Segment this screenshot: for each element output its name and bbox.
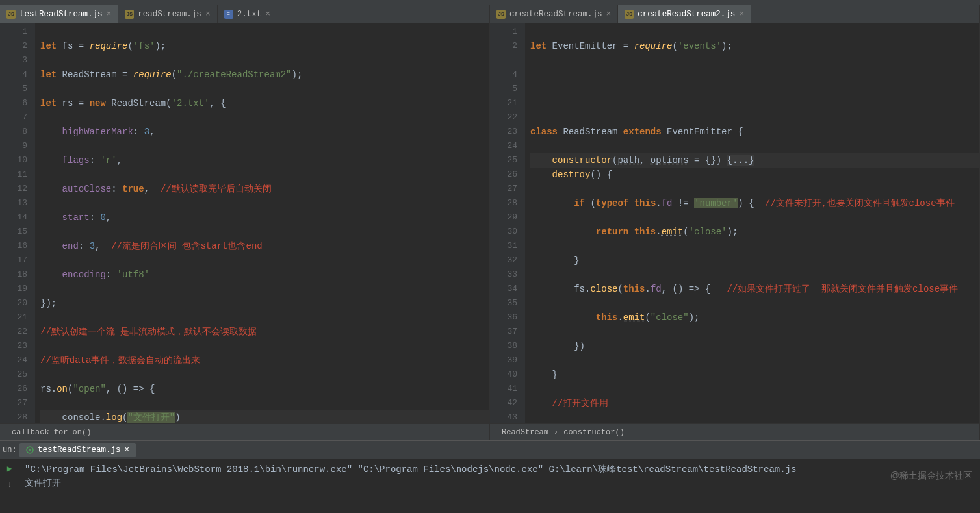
left-pane: JStestReadStream.js× JSreadStream.js× ≡2… [0, 5, 490, 440]
console-tabs: un: testReadStream.js× [0, 441, 980, 459]
editor-split: JStestReadStream.js× JSreadStream.js× ≡2… [0, 5, 980, 440]
code-area[interactable]: let EventEmitter = require('events'); cl… [525, 23, 979, 423]
js-icon: JS [496, 10, 506, 19]
right-editor[interactable]: 1245212223242526272829303132333435363738… [490, 23, 979, 423]
right-pane: JScreateReadStream.js× JScreateReadStrea… [490, 5, 980, 440]
console-controls: ▶ ↓ [0, 459, 19, 494]
close-icon[interactable]: × [606, 9, 612, 19]
run-config-icon [26, 446, 34, 454]
tab-label: testReadStream.js [19, 10, 103, 19]
tab-label: readStream.js [138, 10, 201, 19]
run-tool-window: un: testReadStream.js× ▶ ↓ "C:\Program F… [0, 440, 980, 494]
js-icon: JS [625, 10, 634, 19]
left-breadcrumb: callback for on() [0, 423, 489, 440]
run-label: un: [3, 445, 17, 455]
right-breadcrumb: ReadStream›constructor() [490, 423, 979, 440]
tab-createreadstream2[interactable]: JScreateReadStream2.js× [618, 5, 751, 23]
tab-2txt[interactable]: ≡2.txt× [218, 5, 277, 23]
close-icon[interactable]: × [265, 9, 270, 19]
tab-createreadstream[interactable]: JScreateReadStream.js× [490, 5, 618, 23]
left-editor[interactable]: 1234567891011121314151617181920212223242… [0, 23, 489, 423]
close-icon[interactable]: × [125, 445, 130, 455]
close-icon[interactable]: × [107, 9, 112, 19]
gutter: 1245212223242526272829303132333435363738… [490, 23, 525, 423]
close-icon[interactable]: × [739, 9, 744, 19]
tab-label: 2.txt [237, 10, 262, 19]
console-tab[interactable]: testReadStream.js× [19, 443, 136, 457]
watermark: @稀土掘金技术社区 [890, 470, 972, 482]
code-area[interactable]: let fs = require('fs'); let ReadStream =… [35, 23, 489, 423]
js-icon: JS [125, 10, 134, 19]
stop-icon[interactable]: ↓ [7, 479, 12, 490]
console-body: ▶ ↓ "C:\Program Files\JetBrains\WebStorm… [0, 459, 980, 494]
title-bar [0, 0, 980, 5]
gutter: 1234567891011121314151617181920212223242… [0, 23, 35, 423]
right-tabstrip: JScreateReadStream.js× JScreateReadStrea… [490, 5, 979, 23]
tab-label: createReadStream2.js [638, 10, 735, 19]
console-output[interactable]: "C:\Program Files\JetBrains\WebStorm 201… [19, 459, 980, 494]
txt-icon: ≡ [224, 10, 233, 19]
tab-label: createReadStream.js [509, 10, 602, 19]
console-tab-label: testReadStream.js [38, 445, 121, 455]
left-tabstrip: JStestReadStream.js× JSreadStream.js× ≡2… [0, 5, 489, 23]
rerun-icon[interactable]: ▶ [7, 463, 12, 474]
js-icon: JS [6, 10, 16, 19]
svg-marker-1 [29, 449, 31, 451]
tab-testreadstream[interactable]: JStestReadStream.js× [0, 5, 118, 23]
close-icon[interactable]: × [205, 9, 211, 19]
tab-readstream[interactable]: JSreadStream.js× [118, 5, 217, 23]
